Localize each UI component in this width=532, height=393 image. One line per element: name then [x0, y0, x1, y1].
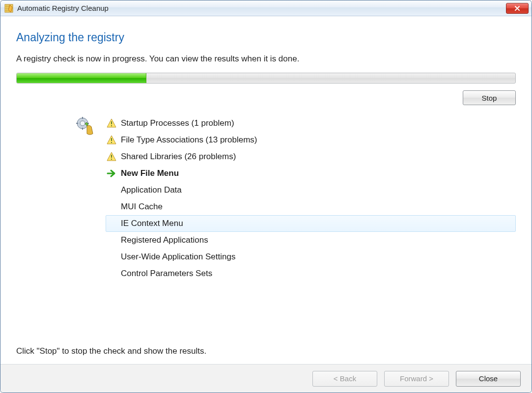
content-area: Analyzing the registry A registry check … — [0, 16, 532, 364]
scan-item[interactable]: Registered Applications — [106, 232, 516, 249]
svg-rect-7 — [111, 155, 112, 158]
svg-rect-8 — [111, 159, 112, 160]
scan-item-label: User-Wide Application Settings — [121, 252, 235, 262]
svg-rect-3 — [111, 121, 112, 124]
progress-bar — [16, 73, 516, 84]
scan-item[interactable]: User-Wide Application Settings — [106, 249, 516, 265]
scan-item-label: Shared Libraries (26 problems) — [121, 152, 236, 162]
close-button[interactable]: Close — [456, 371, 521, 387]
scan-item-label: Startup Processes (1 problem) — [121, 118, 234, 128]
scan-item-label: New File Menu — [121, 168, 179, 178]
scan-item[interactable]: MUI Cache — [106, 198, 516, 215]
scan-list: Startup Processes (1 problem)File Type A… — [106, 115, 516, 338]
svg-rect-4 — [111, 125, 112, 126]
scan-area: Startup Processes (1 problem)File Type A… — [16, 115, 516, 338]
scan-item-label: Application Data — [121, 185, 182, 195]
app-icon — [4, 4, 13, 13]
arrow-right-icon — [106, 168, 117, 179]
page-description: A registry check is now in progress. You… — [16, 54, 516, 64]
scan-item[interactable]: File Type Associations (13 problems) — [106, 132, 516, 148]
close-window-button[interactable] — [506, 3, 529, 14]
progress-fill — [17, 73, 146, 83]
warning-icon — [106, 151, 117, 162]
scan-item-label: Registered Applications — [121, 235, 208, 245]
scan-item[interactable]: Startup Processes (1 problem) — [106, 115, 516, 132]
stop-row: Stop — [16, 90, 516, 105]
stop-button[interactable]: Stop — [463, 90, 516, 105]
scan-item[interactable]: IE Context Menu — [106, 215, 516, 232]
svg-rect-6 — [111, 142, 112, 143]
close-icon — [514, 5, 520, 11]
titlebar[interactable]: Automatic Registry Cleanup — [0, 0, 532, 16]
scan-item-label: Control Parameters Sets — [121, 269, 212, 279]
hint-text: Click "Stop" to stop the check and show … — [16, 346, 516, 356]
cleanup-icon — [75, 116, 95, 136]
warning-icon — [106, 135, 117, 145]
scan-item-label: MUI Cache — [121, 202, 163, 212]
scan-item[interactable]: Control Parameters Sets — [106, 265, 516, 282]
scan-item[interactable]: Shared Libraries (26 problems) — [106, 148, 516, 165]
window-title: Automatic Registry Cleanup — [17, 4, 506, 12]
scan-item-label: File Type Associations (13 problems) — [121, 135, 257, 145]
scan-item[interactable]: New File Menu — [106, 165, 516, 182]
forward-button[interactable]: Forward > — [384, 371, 449, 387]
svg-rect-5 — [111, 138, 112, 141]
footer: < Back Forward > Close — [0, 364, 532, 393]
page-heading: Analyzing the registry — [16, 31, 516, 44]
svg-point-2 — [80, 121, 85, 126]
warning-icon — [106, 118, 117, 129]
dialog-window: Automatic Registry Cleanup Analyzing the… — [0, 0, 532, 393]
back-button[interactable]: < Back — [312, 371, 377, 387]
scan-item-label: IE Context Menu — [121, 219, 183, 228]
scan-item[interactable]: Application Data — [106, 182, 516, 198]
